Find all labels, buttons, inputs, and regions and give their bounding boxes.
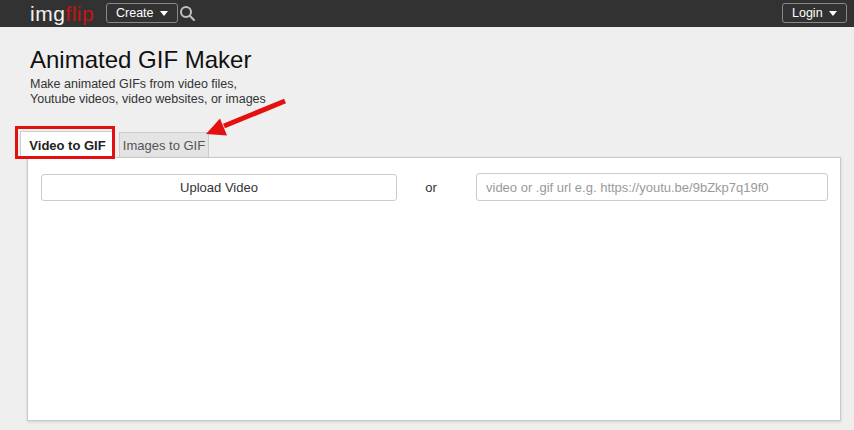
caret-down-icon: [160, 11, 168, 16]
page-subtitle: Make animated GIFs from video files, You…: [30, 77, 270, 106]
or-label: or: [416, 180, 446, 195]
imgflip-logo[interactable]: imgflip: [30, 1, 94, 26]
tab-video-to-gif-label: Video to GIF: [29, 138, 105, 153]
tab-images-to-gif-label: Images to GIF: [123, 138, 205, 153]
search-icon[interactable]: [179, 5, 196, 22]
logo-text-flip: flip: [65, 2, 94, 25]
tab-images-to-gif[interactable]: Images to GIF: [119, 132, 209, 158]
page-title: Animated GIF Maker: [30, 46, 251, 74]
create-button[interactable]: Create: [106, 3, 178, 23]
tab-video-to-gif[interactable]: Video to GIF: [20, 131, 115, 159]
animated-gif-maker-page: imgflip Create Login Animated GIF Maker …: [0, 0, 854, 430]
login-button[interactable]: Login: [782, 3, 847, 23]
top-navbar: imgflip Create Login: [0, 0, 854, 27]
create-button-label: Create: [116, 4, 154, 22]
upload-video-button[interactable]: Upload Video: [41, 174, 397, 201]
login-button-label: Login: [792, 4, 823, 22]
video-url-input[interactable]: [476, 173, 828, 201]
logo-text-img: img: [30, 2, 65, 25]
caret-down-icon: [829, 11, 837, 16]
